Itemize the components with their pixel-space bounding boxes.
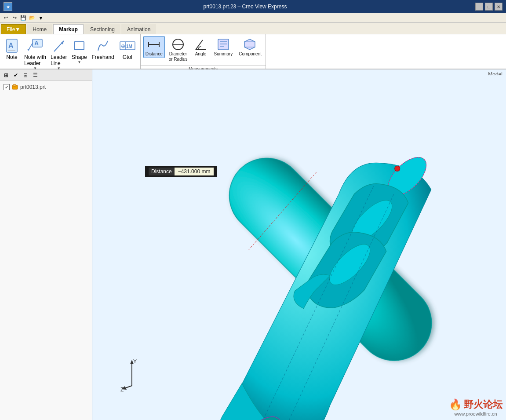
watermark-url: www.proewildfire.cn — [449, 411, 502, 416]
shape-label: Shape — [72, 54, 87, 60]
shape-button[interactable]: Shape ▼ — [70, 36, 88, 66]
angle-label: Angle — [195, 51, 207, 57]
z-axis-label: Z — [120, 387, 124, 392]
component-icon — [243, 37, 257, 51]
measurements-buttons: Distance Diameteror Radius — [141, 34, 266, 65]
svg-text:A: A — [8, 42, 14, 49]
leader-line-icon — [51, 37, 67, 54]
window-title: prt0013.prt.23 – Creo View Express — [15, 4, 475, 10]
distance-icon — [147, 37, 161, 51]
diameter-radius-label: Diameteror Radius — [169, 51, 188, 62]
viewport[interactable]: Model — [92, 69, 506, 420]
component-label: Component — [239, 51, 261, 57]
freehand-icon — [95, 37, 111, 54]
close-button[interactable]: ✕ — [495, 3, 502, 11]
title-bar: ★ prt0013.prt.23 – Creo View Express _ □… — [0, 0, 506, 13]
watermark: 🔥 野火论坛 www.proewildfire.cn — [449, 398, 502, 416]
undo-button[interactable]: ↩ — [2, 14, 10, 22]
note-label: Note — [6, 54, 17, 60]
svg-rect-29 — [13, 84, 16, 86]
redo-button[interactable]: ↪ — [11, 14, 18, 22]
svg-rect-9 — [74, 42, 84, 50]
angle-button[interactable]: Angle — [192, 36, 210, 58]
model-3d — [92, 69, 506, 420]
brand-name: 野火论坛 — [464, 398, 502, 411]
sidebar-check-button[interactable]: ✔ — [11, 71, 20, 80]
svg-point-41 — [395, 166, 400, 171]
sidebar-expand-button[interactable]: ⊞ — [2, 71, 11, 80]
save-button[interactable]: 💾 — [19, 14, 27, 22]
summary-button[interactable]: Summary — [212, 36, 235, 58]
leader-line-button[interactable]: LeaderLine ▼ — [49, 36, 68, 72]
sidebar-toolbar: ⊞ ✔ ⊟ ☰ — [0, 69, 92, 81]
annotations-buttons: A Note A — [0, 34, 140, 73]
annotations-section: A Note A — [0, 34, 141, 69]
distance-annotation: Distance ~431.000 mm — [145, 166, 217, 177]
annotation-value: ~431.000 mm — [175, 168, 214, 175]
freehand-button[interactable]: Freehand — [90, 36, 115, 62]
svg-text:A: A — [34, 40, 39, 47]
quick-access-toolbar: ↩ ↪ 💾 📂 ▼ — [0, 13, 506, 23]
distance-button[interactable]: Distance — [143, 36, 165, 58]
diameter-radius-icon — [171, 37, 185, 51]
fire-icon: 🔥 — [449, 398, 462, 411]
shape-icon — [71, 37, 87, 54]
note-button[interactable]: A Note — [3, 36, 21, 62]
maximize-button[interactable]: □ — [485, 3, 493, 11]
main-layout: ⊞ ✔ ⊟ ☰ ✓ prt0013.prt Model — [0, 69, 506, 420]
angle-icon — [194, 37, 208, 51]
ribbon-tabs: File▼ Home Markup Sectioning Animation — [0, 23, 506, 34]
tab-home[interactable]: Home — [27, 24, 52, 34]
summary-icon — [216, 37, 230, 51]
gtol-icon: 1M ⊕ — [119, 37, 136, 54]
note-icon: A — [4, 37, 20, 54]
tree-item-label: prt0013.prt — [20, 84, 46, 90]
app-icon: ★ — [4, 2, 12, 11]
measurements-section: Distance Diameteror Radius — [141, 34, 266, 69]
svg-text:⊕: ⊕ — [121, 43, 125, 49]
tab-animation[interactable]: Animation — [121, 24, 156, 34]
sidebar-menu-button[interactable]: ☰ — [31, 71, 40, 80]
gtol-button[interactable]: 1M ⊕ Gtol — [117, 36, 138, 62]
sidebar: ⊞ ✔ ⊟ ☰ ✓ prt0013.prt — [0, 69, 92, 420]
tab-markup[interactable]: Markup — [53, 24, 84, 34]
qa-dropdown-button[interactable]: ▼ — [37, 14, 45, 22]
distance-label: Distance — [146, 51, 163, 57]
note-with-leader-label: Note withLeader — [24, 54, 46, 66]
tree-item-prt0013[interactable]: ✓ prt0013.prt — [2, 83, 90, 91]
sidebar-tree: ✓ prt0013.prt — [0, 81, 92, 420]
tree-item-icon — [11, 84, 18, 91]
tab-sectioning[interactable]: Sectioning — [84, 24, 120, 34]
y-axis-label: Y — [133, 358, 137, 365]
note-with-leader-button[interactable]: A Note withLeader ▼ — [23, 36, 47, 72]
svg-marker-25 — [244, 39, 255, 50]
svg-line-20 — [196, 40, 203, 50]
tree-item-checkbox[interactable]: ✓ — [4, 84, 10, 90]
open-button[interactable]: 📂 — [28, 14, 36, 22]
leader-line-label: LeaderLine — [51, 54, 67, 66]
freehand-label: Freehand — [91, 54, 114, 60]
ribbon: A Note A — [0, 34, 506, 69]
gtol-label: Gtol — [123, 54, 132, 60]
minimize-button[interactable]: _ — [475, 3, 483, 11]
summary-label: Summary — [214, 51, 233, 57]
svg-text:1M: 1M — [126, 44, 132, 49]
svg-rect-21 — [218, 39, 229, 50]
window-controls: _ □ ✕ — [475, 3, 502, 11]
tab-file[interactable]: File▼ — [1, 24, 26, 34]
note-with-leader-icon: A — [26, 37, 44, 54]
component-button[interactable]: Component — [237, 36, 263, 58]
annotation-key: Distance — [149, 168, 175, 175]
coordinate-axes: Y Z — [119, 357, 154, 394]
diameter-radius-button[interactable]: Diameteror Radius — [167, 36, 190, 63]
sidebar-collapse-button[interactable]: ⊟ — [21, 71, 30, 80]
